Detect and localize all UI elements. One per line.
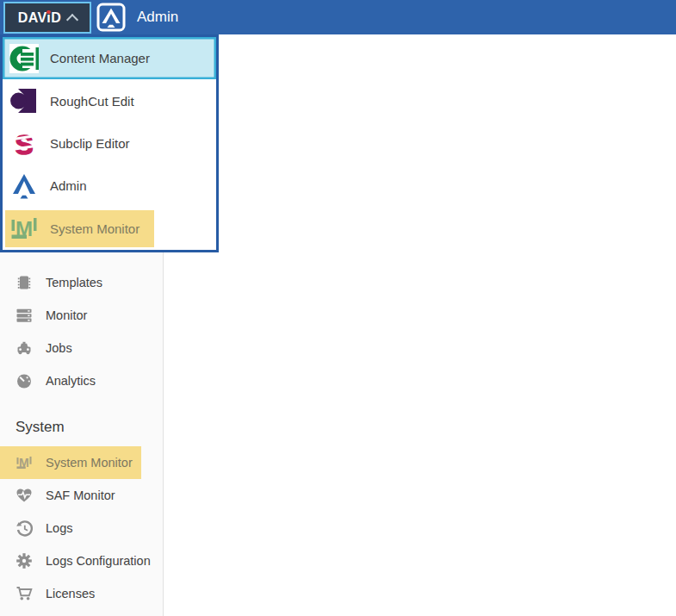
sidebar-item-label: Analytics [46, 374, 96, 388]
content-manager-icon [9, 44, 39, 73]
cart-icon [16, 585, 33, 602]
menu-item-system-monitor[interactable]: M System Monitor [3, 208, 216, 250]
david-app-switcher-button[interactable]: DAViD [3, 2, 91, 34]
sidebar-item-analytics[interactable]: Analytics [0, 364, 163, 397]
sidebar-item-templates[interactable]: Templates [0, 266, 163, 299]
sidebar-item-label: SAF Monitor [46, 488, 115, 502]
admin-app-logo-icon [96, 3, 126, 32]
top-header-bar: DAViD Admin [0, 0, 676, 34]
menu-item-label: RoughCut Edit [50, 94, 134, 109]
templates-icon [16, 274, 33, 291]
menu-item-label: Admin [50, 178, 87, 193]
sidebar-item-jobs[interactable]: Jobs [0, 332, 163, 364]
menu-item-content-manager[interactable]: Content Manager [3, 37, 216, 79]
monitor-icon [16, 307, 33, 324]
chevron-up-icon [66, 13, 78, 25]
menu-item-roughcut-edit[interactable]: RoughCut Edit [3, 79, 216, 121]
sidebar-item-label: Monitor [46, 308, 87, 322]
sidebar-item-logs[interactable]: Logs [0, 512, 163, 544]
main-content-area [164, 34, 676, 616]
menu-item-label: Subclip Editor [50, 136, 130, 151]
sidebar-item-label: Licenses [46, 587, 95, 600]
subclip-editor-icon: S [9, 129, 39, 159]
gear-icon [16, 552, 33, 569]
sidebar-item-logs-configuration[interactable]: Logs Configuration [0, 544, 163, 577]
david-logo-text: DAViD [18, 10, 61, 25]
sidebar-item-label: Logs [46, 521, 72, 535]
app-switcher-menu: Content Manager RoughCut Edit S Subclip … [0, 34, 219, 252]
sidebar-item-label: Logs Configuration [46, 554, 151, 568]
svg-text:S: S [15, 129, 33, 159]
roughcut-edit-icon [9, 86, 39, 115]
sidebar-item-monitor[interactable]: Monitor [0, 299, 163, 332]
admin-icon [9, 171, 39, 201]
saf-monitor-icon [16, 487, 33, 504]
menu-item-subclip-editor[interactable]: S Subclip Editor [3, 122, 216, 165]
david-logo-red-dot [47, 10, 51, 15]
sidebar-item-label: System Monitor [46, 456, 133, 470]
sidebar-item-label: Jobs [46, 341, 72, 355]
menu-item-label: System Monitor [50, 221, 140, 236]
sidebar-item-licenses[interactable]: Licenses [0, 577, 163, 610]
menu-item-admin[interactable]: Admin [3, 165, 216, 207]
menu-item-label: Content Manager [50, 51, 150, 65]
system-monitor-icon: M [9, 214, 39, 243]
page-title: Admin [137, 0, 178, 34]
jobs-icon [16, 339, 33, 357]
sidebar-item-system-monitor[interactable]: M System Monitor [0, 446, 163, 479]
sidebar-item-saf-monitor[interactable]: SAF Monitor [0, 479, 163, 512]
system-monitor-icon: M [16, 454, 33, 471]
sidebar-item-label: Templates [46, 276, 102, 289]
sidebar-section-title: System [16, 419, 65, 436]
logs-icon [16, 520, 33, 537]
david-logo: DAViD [18, 11, 61, 25]
analytics-icon [16, 372, 33, 389]
